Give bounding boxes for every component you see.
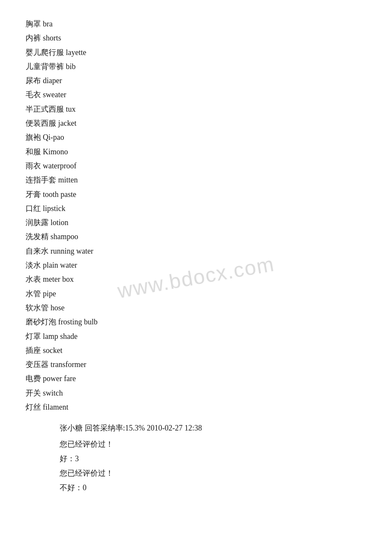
list-item: 婴儿爬行服 layette xyxy=(26,46,366,60)
list-item: 儿童背带裤 bib xyxy=(26,60,366,74)
list-item: 开关 switch xyxy=(26,386,366,400)
list-item: 变压器 transformer xyxy=(26,358,366,372)
good-label: 好： xyxy=(60,454,75,463)
list-item: 牙膏 tooth paste xyxy=(26,188,366,202)
list-item: 口红 lipstick xyxy=(26,202,366,216)
list-item: 水管 pipe xyxy=(26,287,366,301)
bad-rating: 不好：0 xyxy=(60,483,366,493)
list-item: 连指手套 mitten xyxy=(26,173,366,187)
list-item: 润肤露 lotion xyxy=(26,216,366,230)
list-item: 和服 Kimono xyxy=(26,145,366,159)
reply-meta: 张小糖 回答采纳率:15.3% 2010-02-27 12:38 xyxy=(60,423,366,433)
list-item: 胸罩 bra xyxy=(26,17,366,31)
list-item: 毛衣 sweater xyxy=(26,88,366,102)
already-rated-2: 您已经评价过！ xyxy=(60,468,366,478)
list-item: 雨衣 waterproof xyxy=(26,159,366,173)
list-item: 灯丝 filament xyxy=(26,400,366,414)
good-rating: 好：3 xyxy=(60,454,366,464)
bad-count: 0 xyxy=(83,483,86,492)
list-item: 电费 power fare xyxy=(26,372,366,386)
list-item: 淡水 plain water xyxy=(26,258,366,272)
list-item: 磨砂灯泡 frosting bulb xyxy=(26,315,366,329)
already-rated-1: 您已经评价过！ xyxy=(60,439,366,449)
list-item: 灯罩 lamp shade xyxy=(26,330,366,344)
list-item: 软水管 hose xyxy=(26,301,366,315)
list-item: 半正式西服 tux xyxy=(26,102,366,116)
list-item: 洗发精 shampoo xyxy=(26,230,366,244)
vocabulary-list: 胸罩 bra内裤 shorts婴儿爬行服 layette儿童背带裤 bib尿布 … xyxy=(26,17,366,414)
list-item: 水表 meter box xyxy=(26,272,366,286)
reply-section: 张小糖 回答采纳率:15.3% 2010-02-27 12:38 您已经评价过！… xyxy=(60,423,366,493)
list-item: 插座 socket xyxy=(26,344,366,358)
list-item: 尿布 diaper xyxy=(26,74,366,88)
bad-label: 不好： xyxy=(60,483,83,492)
good-count: 3 xyxy=(75,454,79,463)
list-item: 旗袍 Qi-pao xyxy=(26,130,366,145)
list-item: 自来水 running water xyxy=(26,244,366,258)
list-item: 内裤 shorts xyxy=(26,31,366,45)
list-item: 便装西服 jacket xyxy=(26,116,366,130)
